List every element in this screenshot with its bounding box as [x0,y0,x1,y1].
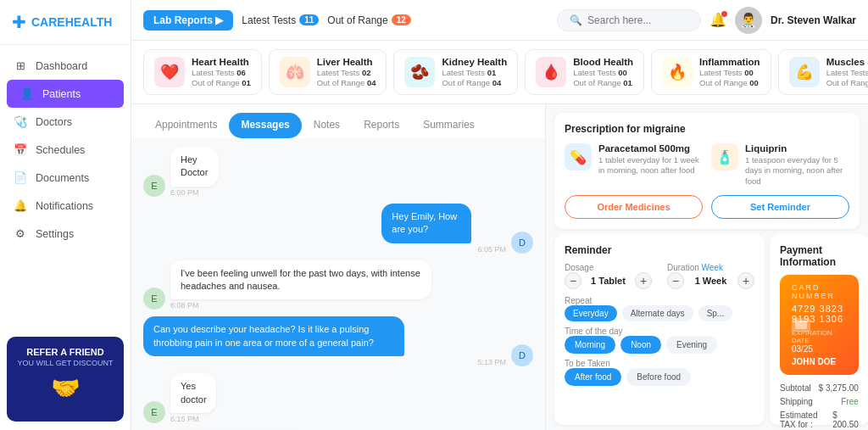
taken-before-food[interactable]: Before food [626,368,691,386]
tax-label: Estimated TAX for : 10119 [780,410,832,430]
message-bubble: Can you describe your headache? Is it li… [143,316,404,356]
tab-reports[interactable]: Reports [352,113,411,138]
sidebar-item-dashboard[interactable]: ⊞ Dashboard [0,52,131,80]
logo-icon: ✚ [12,12,26,32]
latest-tests-count: 11 [299,14,319,25]
paracetamol-name: Paracetamol 500mg [598,143,703,154]
sidebar-label-schedules: Schedules [36,144,85,156]
duration-control: − 1 Week + [667,272,754,289]
sidebar-item-schedules[interactable]: 📅 Schedules [0,136,131,164]
dosage-control: − 1 Tablet + [565,272,652,289]
health-card-heart[interactable]: ❤️ Heart Health Latest Tests 06 Out of R… [143,49,262,95]
repeat-alternate[interactable]: Alternate days [622,305,693,321]
dosage-value: 1 Tablet [585,276,632,286]
message-row: E I've been feeling unwell for the past … [143,260,533,310]
taken-label: To be Taken [565,359,754,368]
sidebar: ✚ CAREHEALTH ⊞ Dashboard 👤 Patients 🩺 Do… [0,0,131,430]
repeat-specific[interactable]: Sp... [698,305,733,321]
inflammation-title: Inflammation [699,57,760,67]
doctors-icon: 🩺 [14,115,27,128]
muscles-info: Muscles & Bones Latest Tests 02 Out of R… [826,57,868,87]
tab-appointments[interactable]: Appointments [143,113,229,138]
right-panel: Prescription for migraine 💊 Paracetamol … [546,104,868,430]
tax-value: $ 200.50 [832,410,859,430]
repeat-buttons: Everyday Alternate days Sp... [565,305,754,321]
inflammation-icon: 🔥 [662,57,693,87]
chat-messages: E Hey Doctor 6:00 PM D Hey Emily, How ar… [131,138,545,430]
bell-dot [721,11,727,17]
time-evening[interactable]: Evening [666,336,717,354]
logo-text: CAREHEALTH [31,15,112,29]
order-medicines-button[interactable]: Order Medicines [565,195,703,219]
tab-messages[interactable]: Messages [229,113,301,138]
message-time: 6:15 PM [170,415,235,423]
sidebar-label-settings: Settings [36,228,74,240]
liver-health-icon: 🫁 [280,57,310,87]
health-card-inflammation[interactable]: 🔥 Inflammation Latest Tests 00 Out of Ra… [651,49,771,95]
taken-after-food[interactable]: After food [565,368,621,386]
sidebar-item-doctors[interactable]: 🩺 Doctors [0,108,131,136]
taken-section: To be Taken After food Before food [565,359,754,386]
dosage-label: Dosage [565,263,652,272]
health-card-blood[interactable]: 🩸 Blood Health Latest Tests 00 Out of Ra… [525,49,644,95]
health-card-liver[interactable]: 🫁 Liver Health Latest Tests 02 Out of Ra… [269,49,387,95]
time-noon[interactable]: Noon [620,336,661,354]
documents-icon: 📄 [14,171,27,184]
out-of-range-label: Out of Range [327,14,387,26]
health-card-kidney[interactable]: 🫘 Kidney Health Latest Tests 01 Out of R… [393,49,518,95]
search-box[interactable]: 🔍 [557,9,701,31]
search-icon: 🔍 [570,14,582,26]
duration-decrease[interactable]: − [667,272,684,289]
paracetamol-icon: 💊 [565,143,592,170]
repeat-label: Repeat [565,296,754,305]
subtotal-row: Subtotal $ 3,275.00 [780,383,859,393]
tab-notes[interactable]: Notes [302,113,352,138]
liquiprin-info: Liquiprin 1 teaspoon everyday for 5 days… [745,143,849,187]
muscles-icon: 💪 [789,57,820,87]
latest-tests-label: Latest Tests [242,14,296,26]
duration-increase[interactable]: + [737,272,754,289]
payment-box: Payment Information CARD NUMBER 4729 382… [770,234,868,425]
notification-bell-container: 🔔 [709,12,726,28]
message-time: 6:08 PM [170,301,532,310]
patient-avatar: E [143,175,165,197]
subtotal-value: $ 3,275.00 [819,383,859,393]
blood-health-info: Blood Health Latest Tests 00 Out of Rang… [573,57,633,87]
tax-row: Estimated TAX for : 10119 $ 200.50 [780,410,859,430]
health-card-muscles[interactable]: 💪 Muscles & Bones Latest Tests 02 Out of… [778,49,868,95]
sidebar-label-patients: Patients [42,88,81,100]
chat-panel: Appointments Messages Notes Reports Summ… [131,104,546,430]
dosage-decrease[interactable]: − [565,272,581,289]
dosage-increase[interactable]: + [635,272,652,289]
doctor-avatar: D [511,232,533,254]
patient-avatar: E [143,288,165,310]
paracetamol-info: Paracetamol 500mg 1 tablet everyday for … [598,143,703,176]
set-reminder-button[interactable]: Set Reminder [711,195,849,219]
reminder-dosage-row: Dosage − 1 Tablet + Duration Week [565,263,754,289]
blood-health-icon: 🩸 [536,57,566,87]
sidebar-item-settings[interactable]: ⚙ Settings [0,220,131,248]
sidebar-label-notifications: Notifications [36,200,93,212]
inflammation-info: Inflammation Latest Tests 00 Out of Rang… [699,57,760,87]
refer-title: REFER A FRIEND [15,347,115,357]
tab-summaries[interactable]: Summaries [411,113,487,138]
kidney-health-info: Kidney Health Latest Tests 01 Out of Ran… [442,57,507,87]
time-morning[interactable]: Morning [565,336,615,354]
health-cards-row: ❤️ Heart Health Latest Tests 06 Out of R… [131,41,868,104]
sidebar-label-doctors: Doctors [36,116,72,128]
refer-sub: YOU WILL GET DISCOUNT [15,359,115,367]
sidebar-refer[interactable]: REFER A FRIEND YOU WILL GET DISCOUNT 🤝 [7,337,124,422]
out-of-range-count: 12 [392,14,411,25]
sidebar-item-notifications[interactable]: 🔔 Notifications [0,192,131,220]
heart-health-info: Heart Health Latest Tests 06 Out of Rang… [192,57,251,87]
sidebar-item-documents[interactable]: 📄 Documents [0,164,131,192]
kidney-health-title: Kidney Health [442,57,507,67]
dashboard-icon: ⊞ [14,59,27,72]
sidebar-item-patients[interactable]: 👤 Patients [7,80,124,108]
lab-reports-btn[interactable]: Lab Reports ▶ [143,10,233,31]
expiry-value: 03/25 [792,344,847,354]
heart-health-icon: ❤️ [154,57,185,87]
search-input[interactable] [587,14,688,26]
sidebar-label-dashboard: Dashboard [36,60,87,72]
repeat-everyday[interactable]: Everyday [565,305,617,321]
